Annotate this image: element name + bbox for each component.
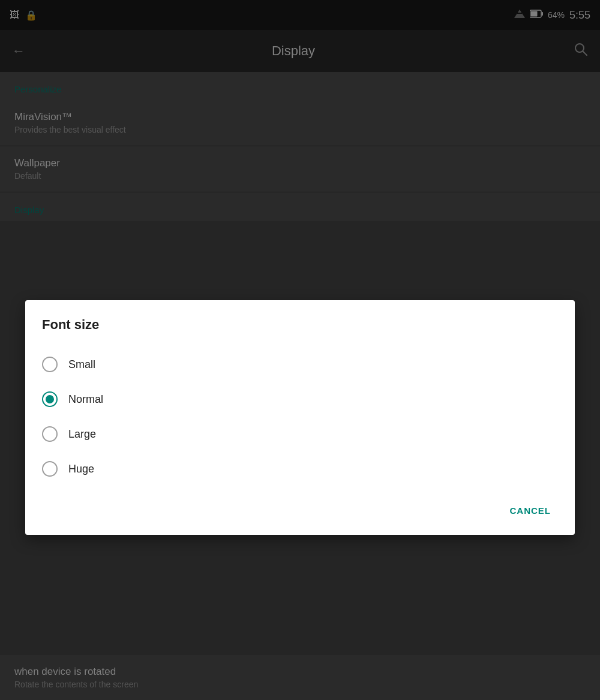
radio-large-label: Large (68, 428, 96, 441)
radio-normal-label: Normal (68, 393, 103, 406)
radio-option-small[interactable]: Small (42, 347, 558, 382)
radio-option-normal[interactable]: Normal (42, 382, 558, 417)
radio-huge-circle[interactable] (42, 461, 58, 477)
radio-option-huge[interactable]: Huge (42, 451, 558, 486)
dialog-title: Font size (42, 317, 558, 333)
radio-huge-label: Huge (68, 463, 94, 475)
radio-small-label: Small (68, 358, 95, 371)
radio-large-circle[interactable] (42, 426, 58, 442)
radio-option-large[interactable]: Large (42, 417, 558, 451)
radio-normal-circle[interactable] (42, 391, 58, 407)
radio-small-circle[interactable] (42, 357, 58, 372)
font-size-dialog: Font size Small Normal Large Huge CANCEL (25, 300, 575, 535)
dialog-actions: CANCEL (42, 486, 558, 525)
cancel-button[interactable]: CANCEL (503, 501, 559, 520)
